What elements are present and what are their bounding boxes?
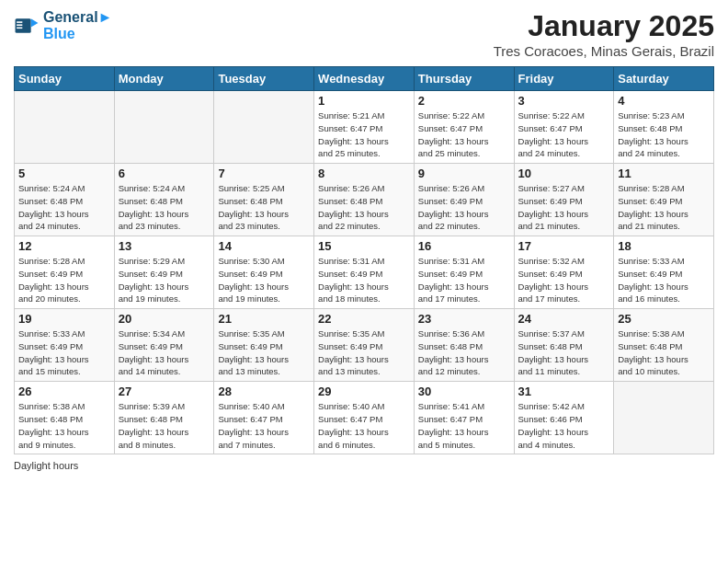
calendar-cell: 25Sunrise: 5:38 AM Sunset: 6:48 PM Dayli… bbox=[614, 309, 714, 382]
header: General► Blue January 2025 Tres Coracoes… bbox=[14, 9, 714, 59]
day-number: 7 bbox=[218, 167, 310, 180]
day-info: Sunrise: 5:42 AM Sunset: 6:46 PM Dayligh… bbox=[518, 400, 610, 451]
day-info: Sunrise: 5:22 AM Sunset: 6:47 PM Dayligh… bbox=[518, 109, 610, 160]
week-row-1: 1Sunrise: 5:21 AM Sunset: 6:47 PM Daylig… bbox=[15, 91, 714, 164]
calendar-cell: 18Sunrise: 5:33 AM Sunset: 6:49 PM Dayli… bbox=[614, 236, 714, 309]
calendar-cell: 24Sunrise: 5:37 AM Sunset: 6:48 PM Dayli… bbox=[514, 309, 614, 382]
calendar-cell: 16Sunrise: 5:31 AM Sunset: 6:49 PM Dayli… bbox=[414, 236, 514, 309]
week-row-4: 19Sunrise: 5:33 AM Sunset: 6:49 PM Dayli… bbox=[15, 309, 714, 382]
calendar-cell: 19Sunrise: 5:33 AM Sunset: 6:49 PM Dayli… bbox=[15, 309, 115, 382]
day-number: 21 bbox=[218, 312, 310, 326]
day-number: 11 bbox=[618, 167, 710, 180]
footer-text: Daylight hours bbox=[14, 460, 78, 471]
calendar-cell: 20Sunrise: 5:34 AM Sunset: 6:49 PM Dayli… bbox=[114, 309, 214, 382]
calendar-title: January 2025 bbox=[494, 9, 714, 43]
day-info: Sunrise: 5:28 AM Sunset: 6:49 PM Dayligh… bbox=[18, 255, 110, 305]
calendar-cell: 23Sunrise: 5:36 AM Sunset: 6:48 PM Dayli… bbox=[414, 309, 514, 382]
day-number: 6 bbox=[119, 167, 210, 180]
calendar-cell: 22Sunrise: 5:35 AM Sunset: 6:49 PM Dayli… bbox=[314, 309, 415, 382]
day-info: Sunrise: 5:33 AM Sunset: 6:49 PM Dayligh… bbox=[618, 255, 710, 305]
day-number: 12 bbox=[18, 239, 110, 253]
day-number: 17 bbox=[518, 239, 610, 253]
day-info: Sunrise: 5:33 AM Sunset: 6:49 PM Dayligh… bbox=[18, 327, 110, 378]
col-header-friday: Friday bbox=[514, 67, 614, 91]
day-info: Sunrise: 5:35 AM Sunset: 6:49 PM Dayligh… bbox=[218, 327, 310, 378]
day-info: Sunrise: 5:26 AM Sunset: 6:49 PM Dayligh… bbox=[418, 182, 510, 233]
day-info: Sunrise: 5:36 AM Sunset: 6:48 PM Dayligh… bbox=[418, 327, 510, 378]
calendar-page: General► Blue January 2025 Tres Coracoes… bbox=[0, 0, 728, 563]
calendar-cell bbox=[114, 91, 214, 164]
day-number: 26 bbox=[18, 385, 110, 398]
calendar-cell: 4Sunrise: 5:23 AM Sunset: 6:48 PM Daylig… bbox=[614, 91, 714, 164]
day-info: Sunrise: 5:34 AM Sunset: 6:49 PM Dayligh… bbox=[119, 327, 210, 378]
calendar-subtitle: Tres Coracoes, Minas Gerais, Brazil bbox=[494, 43, 714, 59]
day-number: 23 bbox=[418, 312, 510, 326]
col-header-wednesday: Wednesday bbox=[314, 67, 415, 91]
day-info: Sunrise: 5:22 AM Sunset: 6:47 PM Dayligh… bbox=[418, 109, 510, 160]
calendar-cell: 28Sunrise: 5:40 AM Sunset: 6:47 PM Dayli… bbox=[214, 382, 314, 454]
week-row-2: 5Sunrise: 5:24 AM Sunset: 6:48 PM Daylig… bbox=[15, 164, 714, 236]
day-number: 29 bbox=[318, 385, 410, 398]
logo-icon bbox=[14, 13, 40, 39]
calendar-cell: 3Sunrise: 5:22 AM Sunset: 6:47 PM Daylig… bbox=[514, 91, 614, 164]
day-info: Sunrise: 5:28 AM Sunset: 6:49 PM Dayligh… bbox=[618, 182, 710, 233]
calendar-cell bbox=[614, 382, 714, 454]
logo: General► Blue bbox=[14, 9, 112, 41]
day-number: 25 bbox=[618, 312, 710, 326]
day-info: Sunrise: 5:41 AM Sunset: 6:47 PM Dayligh… bbox=[418, 400, 510, 451]
calendar-table: SundayMondayTuesdayWednesdayThursdayFrid… bbox=[14, 66, 714, 454]
day-info: Sunrise: 5:21 AM Sunset: 6:47 PM Dayligh… bbox=[318, 109, 410, 160]
day-number: 20 bbox=[119, 312, 210, 326]
day-number: 24 bbox=[518, 312, 610, 326]
day-info: Sunrise: 5:24 AM Sunset: 6:48 PM Dayligh… bbox=[119, 182, 210, 233]
col-header-saturday: Saturday bbox=[614, 67, 714, 91]
calendar-cell: 13Sunrise: 5:29 AM Sunset: 6:49 PM Dayli… bbox=[114, 236, 214, 309]
day-number: 13 bbox=[119, 239, 210, 253]
calendar-cell: 8Sunrise: 5:26 AM Sunset: 6:48 PM Daylig… bbox=[314, 164, 415, 236]
day-info: Sunrise: 5:39 AM Sunset: 6:48 PM Dayligh… bbox=[119, 400, 210, 451]
calendar-cell: 10Sunrise: 5:27 AM Sunset: 6:49 PM Dayli… bbox=[514, 164, 614, 236]
day-number: 1 bbox=[318, 94, 410, 108]
calendar-cell: 15Sunrise: 5:31 AM Sunset: 6:49 PM Dayli… bbox=[314, 236, 415, 309]
footer: Daylight hours bbox=[14, 460, 714, 471]
day-info: Sunrise: 5:32 AM Sunset: 6:49 PM Dayligh… bbox=[518, 255, 610, 305]
calendar-cell: 21Sunrise: 5:35 AM Sunset: 6:49 PM Dayli… bbox=[214, 309, 314, 382]
day-number: 18 bbox=[618, 239, 710, 253]
svg-marker-1 bbox=[31, 18, 39, 27]
calendar-cell: 11Sunrise: 5:28 AM Sunset: 6:49 PM Dayli… bbox=[614, 164, 714, 236]
day-number: 8 bbox=[318, 167, 410, 180]
day-info: Sunrise: 5:31 AM Sunset: 6:49 PM Dayligh… bbox=[318, 255, 410, 305]
col-header-tuesday: Tuesday bbox=[214, 67, 314, 91]
day-info: Sunrise: 5:27 AM Sunset: 6:49 PM Dayligh… bbox=[518, 182, 610, 233]
day-number: 31 bbox=[518, 385, 610, 398]
day-info: Sunrise: 5:40 AM Sunset: 6:47 PM Dayligh… bbox=[218, 400, 310, 451]
day-number: 28 bbox=[218, 385, 310, 398]
week-row-5: 26Sunrise: 5:38 AM Sunset: 6:48 PM Dayli… bbox=[15, 382, 714, 454]
calendar-cell bbox=[15, 91, 115, 164]
day-number: 15 bbox=[318, 239, 410, 253]
svg-rect-4 bbox=[17, 27, 22, 29]
day-info: Sunrise: 5:37 AM Sunset: 6:48 PM Dayligh… bbox=[518, 327, 610, 378]
col-header-sunday: Sunday bbox=[15, 67, 115, 91]
day-number: 22 bbox=[318, 312, 410, 326]
day-header-row: SundayMondayTuesdayWednesdayThursdayFrid… bbox=[15, 67, 714, 91]
day-number: 19 bbox=[18, 312, 110, 326]
day-info: Sunrise: 5:25 AM Sunset: 6:48 PM Dayligh… bbox=[218, 182, 310, 233]
calendar-cell: 17Sunrise: 5:32 AM Sunset: 6:49 PM Dayli… bbox=[514, 236, 614, 309]
day-info: Sunrise: 5:31 AM Sunset: 6:49 PM Dayligh… bbox=[418, 255, 510, 305]
svg-rect-2 bbox=[17, 21, 22, 23]
day-info: Sunrise: 5:38 AM Sunset: 6:48 PM Dayligh… bbox=[618, 327, 710, 378]
col-header-thursday: Thursday bbox=[414, 67, 514, 91]
calendar-cell: 26Sunrise: 5:38 AM Sunset: 6:48 PM Dayli… bbox=[15, 382, 115, 454]
day-number: 16 bbox=[418, 239, 510, 253]
calendar-cell: 14Sunrise: 5:30 AM Sunset: 6:49 PM Dayli… bbox=[214, 236, 314, 309]
svg-rect-3 bbox=[17, 24, 22, 26]
day-info: Sunrise: 5:35 AM Sunset: 6:49 PM Dayligh… bbox=[318, 327, 410, 378]
calendar-cell: 12Sunrise: 5:28 AM Sunset: 6:49 PM Dayli… bbox=[15, 236, 115, 309]
day-number: 4 bbox=[618, 94, 710, 108]
title-block: January 2025 Tres Coracoes, Minas Gerais… bbox=[494, 9, 714, 59]
day-number: 9 bbox=[418, 167, 510, 180]
calendar-cell: 30Sunrise: 5:41 AM Sunset: 6:47 PM Dayli… bbox=[414, 382, 514, 454]
day-number: 14 bbox=[218, 239, 310, 253]
day-number: 5 bbox=[18, 167, 110, 180]
